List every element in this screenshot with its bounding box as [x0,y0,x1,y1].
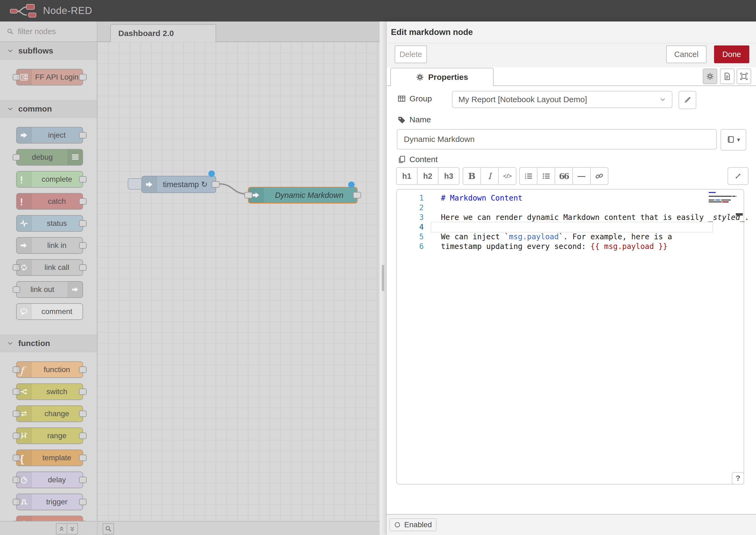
line-text [434,203,441,213]
palette-node-label: function [31,365,83,374]
link-button[interactable] [591,168,608,184]
flow-node-dynamic-markdown[interactable]: Dynamic Markdown [248,187,357,204]
properties-view-button[interactable] [703,69,717,84]
palette-node-trigger[interactable]: trigger [16,493,83,510]
palette-node-link-out[interactable]: link out [16,281,83,298]
code-line-6[interactable]: 6timestamp updating every second: {{ msg… [397,242,743,251]
palette-category-label: function [18,339,50,348]
horizontal-rule-button[interactable]: — [573,168,591,184]
flow-canvas: Dashboard 2.0 timestamp ↻ Dynamic Markdo… [97,21,379,535]
palette-node-range[interactable]: range [16,428,83,444]
tray-title: Edit markdown node [391,27,473,37]
inject-trigger-button[interactable] [128,178,143,189]
node-palette: subflowsFF API Logincommoninjectdebug!co… [0,21,97,535]
wire [97,42,379,521]
editor-help-button[interactable]: ? [732,472,744,485]
changed-indicator-dot [209,170,215,177]
palette-node-catch[interactable]: !catch [16,193,83,210]
appearance-icon [740,72,748,80]
palette-node-delay[interactable]: delay [16,471,83,488]
code-line-5[interactable]: 5We can inject `msg.payload`. For exampl… [397,232,743,242]
flow-node-timestamp[interactable]: timestamp ↻ [141,176,216,193]
status-wave-icon [17,215,31,231]
group-select[interactable]: My Report [Notebook Layout Demo] [452,91,672,108]
input-port[interactable] [244,192,252,198]
editor-minimap[interactable] [709,192,737,203]
link-arrow-icon [68,282,83,297]
palette-node-function[interactable]: ƒfunction [16,361,83,378]
document-icon [723,72,731,80]
palette-category-subflows[interactable]: subflows [0,42,97,60]
palette-node-list: ƒfunctionswitchchangerange{templatedelay… [0,352,97,535]
palette-filter-input[interactable] [17,27,86,36]
appearance-view-button[interactable] [737,69,751,84]
panel-divider[interactable] [379,21,386,535]
overview-ruler-marker [736,213,743,215]
blockquote-button[interactable]: 66 [555,168,573,184]
markdown-code-editor[interactable]: 1# Markdown Content23Here we can render … [396,189,744,485]
done-button[interactable]: Done [714,45,749,63]
code-button[interactable]: </> [499,168,516,184]
italic-button[interactable]: I [481,168,499,184]
code-line-4[interactable]: 4 [397,222,743,232]
palette-node-complete[interactable]: !complete [16,171,83,188]
expand-icon [734,172,742,180]
flow-workspace[interactable]: timestamp ↻ Dynamic Markdown [97,42,379,521]
exclamation-icon: ! [17,172,31,187]
debug-list-icon [68,150,83,165]
palette-node-label: switch [31,387,83,396]
name-type-button[interactable]: ▾ [720,129,746,151]
h3-button[interactable]: h3 [438,168,459,184]
name-input[interactable] [397,129,717,150]
palette-node-debug[interactable]: debug [16,149,83,166]
palette-node-label: range [31,432,83,440]
palette-search[interactable] [0,21,97,42]
palette-node-status[interactable]: status [16,215,83,232]
expand-editor-button[interactable] [727,167,748,185]
palette-collapse-all-button[interactable] [56,523,67,534]
edit-group-button[interactable] [679,91,696,109]
toolbar-group-headings: h1h2h3 [396,167,460,185]
code-line-2[interactable]: 2 [397,203,743,213]
bold-button[interactable]: B [463,168,481,184]
h2-button[interactable]: h2 [417,168,438,184]
unordered-list-button[interactable] [537,168,555,184]
delete-button[interactable]: Delete [395,45,427,63]
palette-node-label: inject [31,131,83,140]
h1-button[interactable]: h1 [397,168,417,184]
palette-node-change[interactable]: change [16,406,83,422]
palette-node-inject[interactable]: inject [16,127,83,144]
code-line-3[interactable]: 3Here we can render dynamic Markdown con… [397,213,743,222]
palette-node-label: link call [31,263,83,272]
canvas-zoom-search-button[interactable] [103,523,114,534]
double-chevron-up-icon [58,525,65,532]
output-port[interactable] [211,181,220,188]
ordered-list-button[interactable]: 123 [520,168,537,184]
chevron-down-icon [659,96,666,103]
palette-expand-all-button[interactable] [67,523,78,534]
palette-node-FF-API-Login[interactable]: FF API Login [16,69,83,86]
palette-category-label: subflows [18,46,53,55]
code-line-1[interactable]: 1# Markdown Content [397,193,743,203]
divider-grip-handle[interactable] [382,265,384,291]
palette-footer [0,521,96,535]
search-icon [105,525,112,532]
palette-category-function[interactable]: function [0,334,97,352]
output-port[interactable] [353,192,361,198]
palette-node-switch[interactable]: switch [16,383,83,400]
palette-category-common[interactable]: common [0,100,97,118]
node-enabled-toggle[interactable]: Enabled [389,518,436,531]
palette-node-template[interactable]: {template [16,449,83,466]
palette-node-link-call[interactable]: link call [16,259,83,276]
line-number: 1 [397,193,434,203]
svg-text:3: 3 [525,177,526,180]
flow-tab-dashboard[interactable]: Dashboard 2.0 [110,24,216,42]
delay-timer-icon [17,472,31,488]
description-view-button[interactable] [720,69,735,84]
palette-node-link-in[interactable]: link in [16,237,83,254]
tab-properties[interactable]: Properties [390,68,493,86]
palette-node-comment[interactable]: comment [16,303,83,320]
cancel-button[interactable]: Cancel [666,45,707,63]
palette-category-label: common [18,104,52,113]
code-lines: 1# Markdown Content23Here we can render … [397,193,743,251]
